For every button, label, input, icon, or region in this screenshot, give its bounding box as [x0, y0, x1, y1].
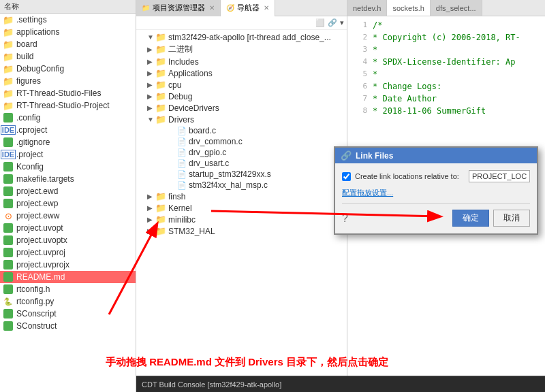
- tree-item-boardc[interactable]: 📄board.c: [136, 125, 347, 136]
- folder-icon-settings: 📁: [3, 14, 14, 25]
- tree-item-Kernel[interactable]: ▶📁Kernel: [136, 202, 347, 214]
- tree-item-finsh[interactable]: ▶📁finsh: [136, 191, 347, 202]
- sidebar-item-config[interactable]: .config: [0, 112, 136, 124]
- sidebar-item-Kconfig[interactable]: Kconfig: [0, 161, 136, 173]
- menu-btn[interactable]: ▾: [340, 18, 344, 27]
- sidebar-item-applications[interactable]: 📁applications: [0, 26, 136, 38]
- sidebar-item-projectuvoptx[interactable]: project.uvoptx: [0, 234, 136, 246]
- sidebar-item-gitignore[interactable]: .gitignore: [0, 136, 136, 148]
- tree-item-drv_usart[interactable]: 📄drv_usart.c: [136, 158, 347, 169]
- tree-item-minilibc[interactable]: ▶📁minilibc: [136, 214, 347, 225]
- file-icon-projectuvoptx: [3, 235, 13, 245]
- tab-navigator-close[interactable]: ✕: [264, 4, 269, 12]
- py-icon-rtconfigpy: 🐍: [3, 296, 14, 307]
- tree-label-drv_gpio: drv_gpio.c: [189, 148, 226, 157]
- tree-item-hal_msp[interactable]: 📄stm32f4xx_hal_msp.c: [136, 180, 347, 191]
- sidebar-item-projectuvproj[interactable]: project.uvproj: [0, 246, 136, 259]
- sidebar-item-board[interactable]: 📁board: [0, 38, 136, 50]
- sidebar-item-RTStudioFiles[interactable]: 📁RT-Thread-Studio-Files: [0, 87, 136, 99]
- root-folder-icon: 📁: [155, 32, 166, 42]
- tree-item-cpu[interactable]: ▶📁cpu: [136, 79, 347, 91]
- sidebar-item-cproject[interactable]: IDE.cproject: [0, 124, 136, 136]
- sidebar-items: 📁.settings📁applications📁board📁build📁Debu…: [0, 14, 136, 332]
- code-line-3: 3 *: [350, 44, 542, 56]
- tree-label-binary: 二进制: [168, 44, 193, 55]
- tree-item-applications[interactable]: ▶📁Applications: [136, 67, 347, 79]
- sidebar-item-SConscript[interactable]: SConscript: [0, 308, 136, 320]
- tree-item-devicedrivers[interactable]: ▶📁DeviceDrivers: [136, 102, 347, 114]
- sidebar-label-makefiletargets: makefile.targets: [16, 174, 74, 184]
- sidebar-item-projecteww[interactable]: ⊙project.eww: [0, 210, 136, 222]
- tree-item-drivers[interactable]: ▼📁Drivers: [136, 114, 347, 125]
- sidebar-item-build[interactable]: 📁build: [0, 50, 136, 63]
- tree-arrow-finsh: ▶: [147, 193, 155, 200]
- tree-folder-icon-binary: 📁: [155, 44, 166, 54]
- tree-file-icon-drv_common: 📄: [177, 137, 187, 146]
- sidebar-item-SConstruct[interactable]: SConstruct: [0, 320, 136, 332]
- tree-root-label: stm32f429-atk-apollo [rt-thread add_clos…: [168, 33, 331, 42]
- sidebar-item-project[interactable]: IDE.project: [0, 148, 136, 161]
- sidebar-item-rtconfigh[interactable]: rtconfig.h: [0, 283, 136, 295]
- tree-arrow-drivers: ▼: [147, 116, 155, 123]
- sidebar-item-RTStudioProject[interactable]: 📁RT-Thread-Studio-Project: [0, 99, 136, 112]
- sidebar-item-rtconfigpy[interactable]: 🐍rtconfig.py: [0, 295, 136, 308]
- file-icon-config: [3, 113, 13, 122]
- tree-item-drv_common[interactable]: 📄drv_common.c: [136, 136, 347, 147]
- code-lines: 1/*2 * Copyright (c) 2006-2018, RT-3 *4 …: [350, 19, 542, 117]
- line-num-1: 1: [350, 19, 367, 31]
- tab-project-manager-close[interactable]: ✕: [209, 4, 215, 12]
- tab-navigator[interactable]: 🧭 导航器 ✕: [221, 0, 275, 16]
- sidebar-item-README[interactable]: README.md: [0, 271, 136, 283]
- tree-item-drv_gpio[interactable]: 📄drv_gpio.c: [136, 147, 347, 158]
- sidebar-label-applications: applications: [16, 27, 59, 37]
- sidebar-label-projectuvopt: project.uvopt: [16, 223, 63, 233]
- tree-label-cpu: cpu: [168, 80, 181, 90]
- collapse-all-btn[interactable]: ⬜: [315, 18, 325, 27]
- link-files-dialog[interactable]: 🔗 Link Files Create link locations relat…: [334, 146, 538, 235]
- sidebar-item-settings[interactable]: 📁.settings: [0, 14, 136, 26]
- confirm-button[interactable]: 确定: [452, 210, 489, 227]
- tree-label-drivers: Drivers: [168, 115, 194, 125]
- code-line-8: 8 * 2018-11-06 SummerGift: [350, 105, 542, 117]
- dialog-title-bar: 🔗 Link Files: [335, 148, 537, 163]
- folder-icon-board: 📁: [3, 39, 14, 50]
- sidebar-item-projectewd[interactable]: project.ewd: [0, 185, 136, 197]
- tree-item-binary[interactable]: ▶📁二进制: [136, 43, 347, 56]
- file-icon-SConscript: [3, 309, 13, 318]
- sidebar: 名称 📁.settings📁applications📁board📁build📁D…: [0, 0, 136, 392]
- sidebar-item-projectuvopt[interactable]: project.uvopt: [0, 222, 136, 234]
- link-checkbox[interactable]: [342, 172, 351, 181]
- tree-item-startup[interactable]: 📄startup_stm32f429xx.s: [136, 169, 347, 180]
- sidebar-item-projectuvprojx[interactable]: project.uvprojx: [0, 259, 136, 271]
- tree-label-debug: Debug: [168, 92, 192, 101]
- tab-project-manager[interactable]: 📁 项目资源管理器 ✕: [136, 0, 221, 16]
- sidebar-item-makefiletargets[interactable]: makefile.targets: [0, 173, 136, 185]
- editor-tab-netdev[interactable]: netdev.h: [347, 0, 387, 16]
- sidebar-item-projectewp[interactable]: project.ewp: [0, 197, 136, 210]
- sidebar-label-projectewd: project.ewd: [16, 186, 58, 196]
- netdev-label: netdev.h: [353, 4, 381, 12]
- link-btn[interactable]: 🔗: [328, 18, 337, 27]
- project-loc-input[interactable]: [469, 170, 530, 182]
- tree-item-STM32_HAL[interactable]: ▶📁STM32_HAL: [136, 225, 347, 237]
- tree-item-includes[interactable]: ▶📁Includes: [136, 56, 347, 67]
- tree-arrow-binary: ▶: [147, 46, 155, 53]
- editor-tab-dfs[interactable]: dfs_select...: [431, 0, 482, 16]
- tree-arrow-includes: ▶: [147, 58, 155, 65]
- line-num-8: 8: [350, 105, 367, 117]
- cancel-button[interactable]: 取消: [493, 210, 530, 227]
- sidebar-item-figures[interactable]: 📁figures: [0, 75, 136, 87]
- tree-item-debug[interactable]: ▶📁Debug: [136, 91, 347, 102]
- sidebar-label-projectuvproj: project.uvproj: [16, 248, 65, 257]
- editor-tab-sockets[interactable]: sockets.h: [387, 0, 430, 16]
- line-num-5: 5: [350, 68, 367, 80]
- file-icon-SConstruct: [3, 321, 13, 331]
- help-button[interactable]: ?: [342, 212, 348, 225]
- code-line-1: 1/*: [350, 19, 542, 31]
- sidebar-label-figures: figures: [16, 76, 41, 86]
- sidebar-item-DebugConfig[interactable]: 📁DebugConfig: [0, 63, 136, 75]
- config-link[interactable]: 配置拖放设置...: [342, 188, 530, 198]
- tree-root[interactable]: ▼ 📁 stm32f429-atk-apollo [rt-thread add_…: [136, 31, 347, 43]
- tree-label-minilibc: minilibc: [168, 215, 196, 225]
- sidebar-label-Kconfig: Kconfig: [16, 162, 44, 172]
